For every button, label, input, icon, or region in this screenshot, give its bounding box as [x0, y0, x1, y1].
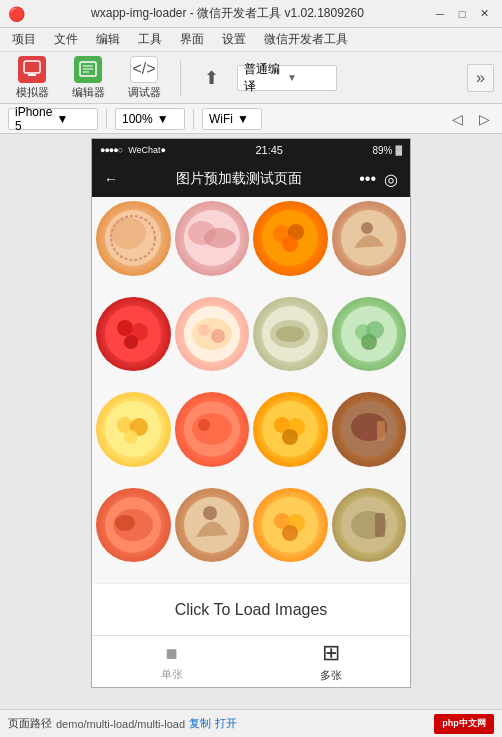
toolbar: 模拟器 编辑器 </> 调试器 ⬆ 普通编译 ▼ »: [0, 52, 502, 104]
simulator-button[interactable]: 模拟器: [8, 56, 56, 100]
food-item-15: [253, 488, 328, 563]
load-images-button[interactable]: Click To Load Images: [175, 601, 328, 619]
status-right: php中文网: [434, 714, 494, 734]
time-display: 21:45: [255, 144, 283, 156]
menu-item-项目[interactable]: 项目: [4, 29, 44, 50]
food-item-1: [96, 201, 171, 276]
menu-item-工具[interactable]: 工具: [130, 29, 170, 50]
phone-status-center: 21:45: [166, 144, 372, 156]
phone-frame: ●●●●○ WeChat● 21:45 89% ▓ ← 图片预加载测试页面 ••…: [91, 138, 411, 688]
svg-point-39: [198, 419, 210, 431]
phone-area: ●●●●○ WeChat● 21:45 89% ▓ ← 图片预加载测试页面 ••…: [0, 134, 502, 709]
multi-nav-label: 多张: [320, 668, 342, 683]
path-value: demo/multi-load/multi-load: [56, 718, 185, 730]
svg-point-32: [361, 334, 377, 350]
compile-dropdown[interactable]: 普通编译 ▼: [237, 65, 337, 91]
debugger-label: 调试器: [128, 85, 161, 100]
copy-link[interactable]: 复制: [189, 716, 211, 731]
bottom-nav-single[interactable]: ■ 单张: [92, 636, 251, 687]
editor-button[interactable]: 编辑器: [64, 56, 112, 100]
phone-nav-bar: ← 图片预加载测试页面 ••• ◎: [92, 161, 410, 197]
menu-item-界面[interactable]: 界面: [172, 29, 212, 50]
menu-item-设置[interactable]: 设置: [214, 29, 254, 50]
minimize-button[interactable]: ─: [430, 4, 450, 24]
maximize-button[interactable]: □: [452, 4, 472, 24]
svg-point-36: [124, 430, 138, 444]
svg-rect-58: [375, 513, 385, 537]
svg-point-51: [203, 506, 217, 520]
load-button-area: Click To Load Images: [92, 583, 410, 635]
multi-nav-icon: ⊞: [322, 640, 340, 666]
svg-point-38: [192, 413, 232, 445]
menu-item-文件[interactable]: 文件: [46, 29, 86, 50]
editor-icon: [74, 56, 102, 83]
svg-rect-46: [377, 421, 385, 441]
zoom-label: 100%: [122, 112, 153, 126]
compile-dropdown-label: 普通编译: [244, 61, 287, 95]
expand-button[interactable]: »: [467, 64, 494, 92]
food-item-6: [175, 297, 250, 372]
device-right-controls: ◁ ▷: [448, 109, 494, 129]
food-item-16: [332, 488, 407, 563]
food-item-8: [332, 297, 407, 372]
menu-item-编辑[interactable]: 编辑: [88, 29, 128, 50]
food-item-9: [96, 392, 171, 467]
close-button[interactable]: ✕: [474, 4, 494, 24]
food-item-13: [96, 488, 171, 563]
food-item-5: [96, 297, 171, 372]
window-title: wxapp-img-loader - 微信开发者工具 v1.02.1809260: [25, 5, 430, 22]
phone-status-right: 89% ▓: [372, 145, 402, 156]
phone-nav-title: 图片预加载测试页面: [118, 170, 359, 188]
svg-rect-0: [24, 61, 40, 73]
open-link[interactable]: 打开: [215, 716, 237, 731]
menu-bar: 项目文件编辑工具界面设置微信开发者工具: [0, 28, 502, 52]
signal-icon: ●●●●○: [100, 145, 122, 155]
device-bar: iPhone 5 ▼ 100% ▼ WiFi ▼ ◁ ▷: [0, 104, 502, 134]
single-nav-label: 单张: [161, 667, 183, 682]
path-prefix-label: 页面路径: [8, 716, 52, 731]
rotate-right-button[interactable]: ▷: [475, 109, 494, 129]
svg-rect-1: [28, 74, 36, 76]
carrier-label: WeChat●: [128, 145, 166, 155]
food-item-3: [253, 201, 328, 276]
menu-item-微信开发者工具[interactable]: 微信开发者工具: [256, 29, 356, 50]
food-item-7: [253, 297, 328, 372]
upload-icon: ⬆: [197, 64, 225, 92]
food-item-11: [253, 392, 328, 467]
food-item-10: [175, 392, 250, 467]
nav-menu-icon[interactable]: ◎: [384, 170, 398, 189]
food-item-12: [332, 392, 407, 467]
nav-back-icon[interactable]: ←: [104, 171, 118, 187]
simulator-icon: [18, 56, 46, 83]
svg-point-7: [110, 217, 146, 249]
zoom-dropdown[interactable]: 100% ▼: [115, 108, 185, 130]
food-item-2: [175, 201, 250, 276]
food-item-14: [175, 488, 250, 563]
bottom-nav-multi[interactable]: ⊞ 多张: [251, 636, 410, 687]
svg-point-15: [282, 236, 298, 252]
food-image-grid: [92, 197, 410, 583]
phone-status-left: ●●●●○ WeChat●: [100, 145, 166, 155]
status-bar: 页面路径 demo/multi-load/multi-load 复制 打开 ph…: [0, 709, 502, 737]
svg-point-21: [124, 335, 138, 349]
window-controls: ─ □ ✕: [430, 4, 494, 24]
svg-point-43: [282, 429, 298, 445]
simulator-label: 模拟器: [16, 85, 49, 100]
network-dropdown[interactable]: WiFi ▼: [202, 108, 262, 130]
phone-status-bar: ●●●●○ WeChat● 21:45 89% ▓: [92, 139, 410, 161]
battery-percent: 89%: [372, 145, 392, 156]
svg-point-28: [276, 326, 304, 342]
upload-button[interactable]: ⬆: [193, 56, 229, 100]
phone-content: Click To Load Images: [92, 197, 410, 635]
status-logo: php中文网: [434, 714, 494, 734]
nav-more-icon[interactable]: •••: [359, 170, 376, 189]
battery-icon: ▓: [395, 145, 402, 155]
device-dropdown[interactable]: iPhone 5 ▼: [8, 108, 98, 130]
svg-point-55: [282, 525, 298, 541]
phone-bottom-nav: ■ 单张 ⊞ 多张: [92, 635, 410, 687]
compile-dropdown-arrow: ▼: [287, 72, 330, 83]
svg-point-24: [198, 324, 210, 336]
debugger-button[interactable]: </> 调试器: [120, 56, 168, 100]
rotate-left-button[interactable]: ◁: [448, 109, 467, 129]
network-label: WiFi: [209, 112, 233, 126]
